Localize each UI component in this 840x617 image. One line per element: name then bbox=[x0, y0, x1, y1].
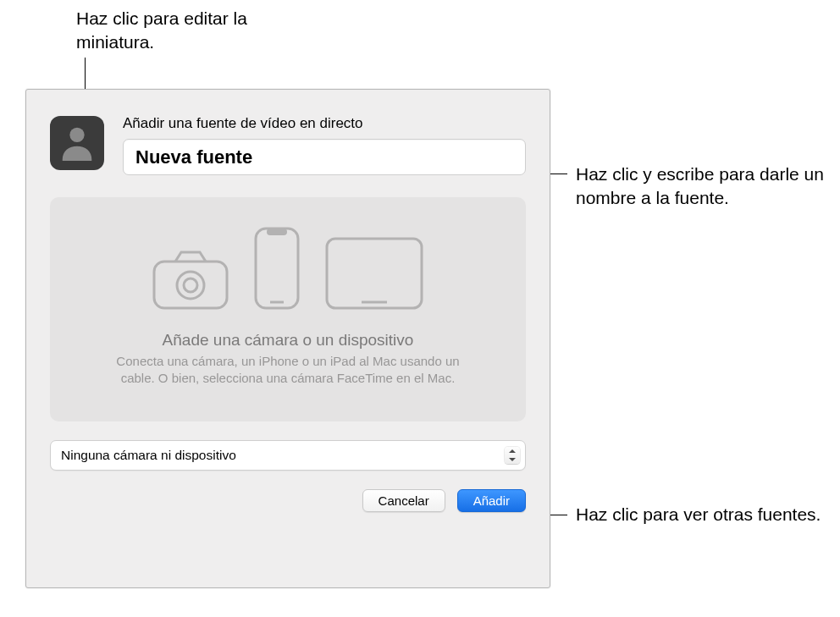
callout-thumbnail: Haz clic para editar la miniatura. bbox=[76, 7, 296, 55]
thumbnail-button[interactable] bbox=[50, 116, 104, 170]
updown-chevron-icon bbox=[505, 447, 520, 464]
svg-rect-7 bbox=[327, 239, 422, 308]
svg-point-3 bbox=[184, 278, 197, 292]
device-source-select[interactable]: Ninguna cámara ni dispositivo bbox=[50, 440, 526, 471]
placeholder-heading: Añade una cámara o un dispositivo bbox=[69, 331, 507, 350]
ipad-icon bbox=[324, 236, 424, 314]
dialog-title: Añadir una fuente de vídeo en directo bbox=[123, 115, 526, 132]
svg-rect-1 bbox=[154, 262, 227, 308]
svg-rect-5 bbox=[267, 229, 287, 235]
callout-name-field: Haz clic y escribe para darle un nombre … bbox=[576, 163, 830, 211]
camera-icon bbox=[152, 250, 229, 314]
source-name-field[interactable] bbox=[123, 139, 526, 175]
cancel-button[interactable]: Cancelar bbox=[362, 489, 445, 512]
add-button[interactable]: Añadir bbox=[457, 489, 526, 512]
callout-sources-select: Haz clic para ver otras fuentes. bbox=[576, 503, 830, 526]
person-silhouette-icon bbox=[58, 122, 97, 164]
svg-rect-4 bbox=[256, 229, 298, 308]
source-name-input[interactable] bbox=[134, 146, 518, 169]
iphone-icon bbox=[253, 226, 301, 314]
svg-point-2 bbox=[177, 272, 204, 299]
add-live-video-source-dialog: Añadir una fuente de vídeo en directo bbox=[25, 89, 550, 588]
device-source-select-value: Ninguna cámara ni dispositivo bbox=[61, 448, 236, 462]
placeholder-subtext: Conecta una cámara, un iPhone o un iPad … bbox=[110, 353, 466, 388]
svg-point-0 bbox=[69, 128, 84, 142]
device-placeholder-well: Añade una cámara o un dispositivo Conect… bbox=[50, 197, 526, 421]
